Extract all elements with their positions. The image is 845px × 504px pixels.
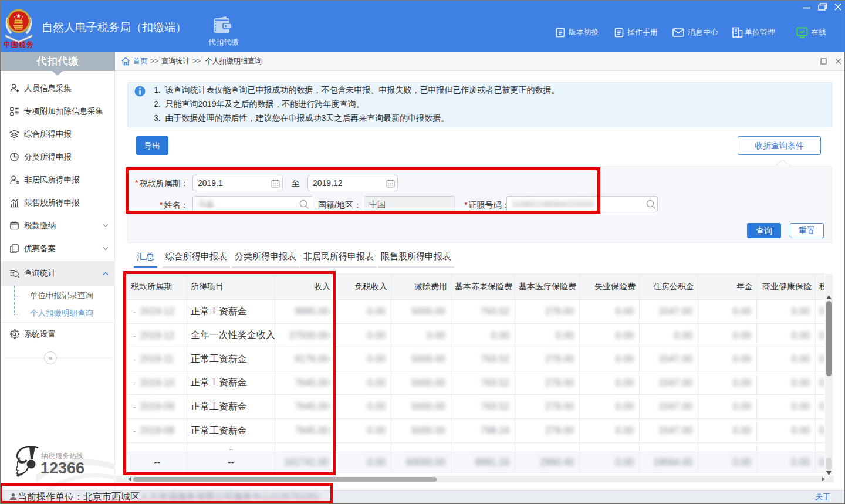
svg-text:中国税务: 中国税务	[4, 40, 34, 48]
